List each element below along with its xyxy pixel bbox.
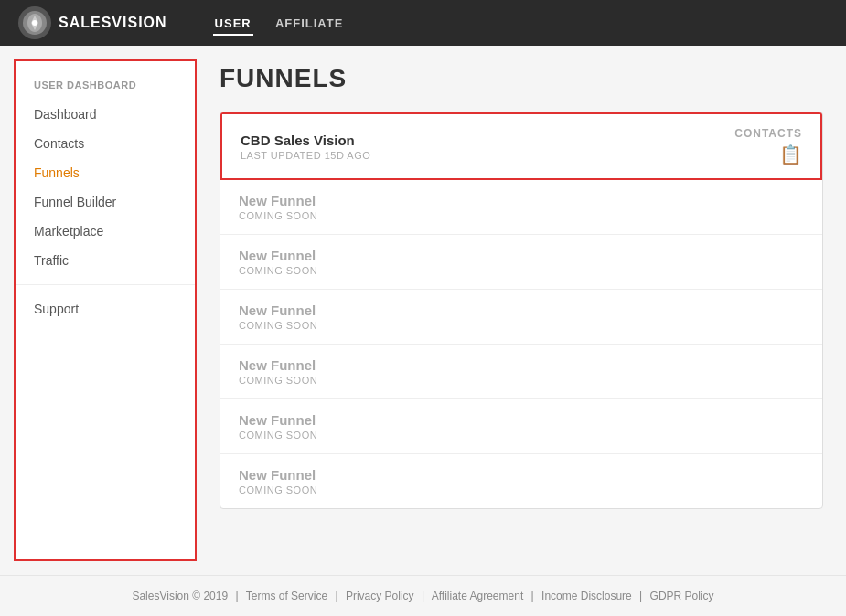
funnel-sub-1: COMING SOON	[239, 210, 317, 221]
funnel-sub-5: COMING SOON	[239, 430, 317, 441]
svg-point-1	[32, 20, 37, 26]
sidebar-item-funnels[interactable]: Funnels	[16, 158, 195, 187]
funnel-sub: last updated 15d ago	[241, 150, 370, 161]
sidebar: USER DASHBOARD Dashboard Contacts Funnel…	[14, 59, 197, 561]
funnel-name-5: New Funnel	[239, 412, 317, 428]
funnel-item-left-6: New Funnel COMING SOON	[239, 467, 317, 495]
funnel-item-4[interactable]: New Funnel COMING SOON	[220, 345, 822, 399]
logo-text: SALESVISION	[59, 15, 167, 31]
sidebar-item-contacts[interactable]: Contacts	[16, 129, 195, 158]
funnel-sub-3: COMING SOON	[239, 320, 317, 331]
funnels-container: CBD Sales Vision last updated 15d ago CO…	[220, 112, 823, 509]
funnel-item-1[interactable]: New Funnel COMING SOON	[220, 180, 822, 235]
main-nav: USER AFFILIATE	[213, 15, 346, 31]
footer-privacy[interactable]: Privacy Policy	[346, 589, 414, 602]
header: SALESVISION USER AFFILIATE	[0, 0, 846, 46]
funnel-name-3: New Funnel	[239, 303, 317, 318]
logo: SALESVISION	[18, 6, 167, 39]
sidebar-item-funnel-builder[interactable]: Funnel Builder	[16, 187, 195, 217]
funnel-item-left-1: New Funnel COMING SOON	[239, 193, 317, 221]
funnel-item-left-4: New Funnel COMING SOON	[239, 357, 317, 386]
funnel-item-5[interactable]: New Funnel COMING SOON	[220, 399, 822, 454]
funnel-name-6: New Funnel	[239, 467, 317, 483]
funnel-item-left-2: New Funnel COMING SOON	[239, 248, 317, 276]
footer-gdpr[interactable]: GDPR Policy	[650, 589, 714, 602]
page-title: FUNNELS	[220, 64, 823, 93]
footer-income[interactable]: Income Disclosure	[541, 589, 632, 602]
sidebar-item-marketplace[interactable]: Marketplace	[16, 217, 195, 246]
nav-affiliate[interactable]: AFFILIATE	[273, 13, 345, 34]
main-layout: USER DASHBOARD Dashboard Contacts Funnel…	[0, 46, 846, 575]
logo-icon	[18, 6, 51, 39]
main-content: FUNNELS CBD Sales Vision last updated 15…	[197, 46, 846, 575]
funnel-item-6[interactable]: New Funnel COMING SOON	[220, 454, 822, 508]
nav-user[interactable]: USER	[213, 13, 253, 36]
sidebar-item-dashboard[interactable]: Dashboard	[16, 100, 195, 129]
funnel-sub-6: COMING SOON	[239, 484, 317, 495]
sidebar-section-title: USER DASHBOARD	[16, 75, 195, 100]
funnel-item-left-5: New Funnel COMING SOON	[239, 412, 317, 441]
funnel-item-left-3: New Funnel COMING SOON	[239, 303, 317, 331]
contacts-icon: 📋	[734, 143, 802, 165]
funnel-contacts: CONTACTS 📋	[734, 127, 802, 165]
contacts-label: CONTACTS	[734, 127, 802, 140]
funnel-item-2[interactable]: New Funnel COMING SOON	[220, 235, 822, 290]
funnel-item-3[interactable]: New Funnel COMING SOON	[220, 290, 822, 345]
funnel-name-4: New Funnel	[239, 357, 317, 373]
funnel-item-active[interactable]: CBD Sales Vision last updated 15d ago CO…	[220, 112, 822, 180]
sidebar-item-traffic[interactable]: Traffic	[16, 246, 195, 275]
sidebar-divider	[16, 284, 195, 285]
footer-terms[interactable]: Terms of Service	[246, 589, 327, 602]
funnel-name-2: New Funnel	[239, 248, 317, 263]
sidebar-item-support[interactable]: Support	[16, 294, 195, 324]
footer-affiliate[interactable]: Affiliate Agreement	[432, 589, 524, 602]
footer-copyright: SalesVision © 2019	[132, 589, 228, 602]
funnel-name: CBD Sales Vision	[241, 133, 370, 148]
funnel-sub-2: COMING SOON	[239, 265, 317, 276]
footer: SalesVision © 2019 | Terms of Service | …	[0, 575, 846, 616]
funnel-name-1: New Funnel	[239, 193, 317, 208]
funnel-item-left: CBD Sales Vision last updated 15d ago	[241, 133, 370, 161]
funnel-sub-4: COMING SOON	[239, 375, 317, 386]
